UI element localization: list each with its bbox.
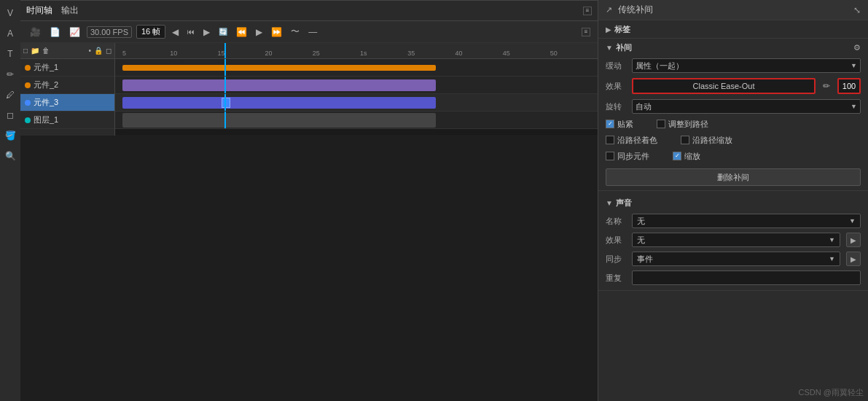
timeline-controls: 🎥 📄 📈 30.00 FPS 16 帧 ◀ ⏮ ▶ 🔄 ⏪ ▶ ⏩ 〜 — bbox=[20, 21, 598, 43]
tween-section-title-row[interactable]: ▼ 补间 ⚙ bbox=[598, 39, 868, 56]
sound-repeat-row: 重复 bbox=[598, 268, 868, 287]
tool-select[interactable]: V bbox=[3, 6, 17, 20]
delete-tween-btn[interactable]: 删除补间 bbox=[606, 168, 861, 186]
ctrl-prev[interactable]: ◀ bbox=[170, 26, 181, 39]
layer-item-2[interactable]: 元件_2 bbox=[20, 77, 114, 94]
effect-pencil-icon[interactable]: ✏ bbox=[821, 79, 832, 93]
ctrl-loop[interactable]: 🔄 bbox=[216, 26, 230, 37]
tool-subselect[interactable]: A bbox=[3, 26, 17, 41]
playhead-t3 bbox=[224, 94, 226, 111]
sound-sync-value[interactable]: 事件 ▼ bbox=[632, 252, 840, 266]
ease-label: 缓动 bbox=[606, 61, 626, 71]
effect-row: 效果 Classic Ease-Out ✏ 100 bbox=[598, 75, 868, 97]
sound-sync-label: 同步 bbox=[606, 254, 626, 265]
sound-name-value[interactable]: 无 ▼ bbox=[632, 214, 861, 228]
watermark-area: CSDN @雨翼轻尘 bbox=[598, 291, 868, 401]
cb-path-scale: 沿路径缩放 bbox=[681, 135, 732, 146]
ctrl-next[interactable]: ▶ bbox=[201, 26, 212, 39]
selected-frame bbox=[222, 98, 230, 108]
cb-sync: 同步元件 bbox=[606, 151, 649, 162]
ease-dropdown[interactable]: 属性（一起） ▼ bbox=[632, 58, 861, 73]
tween-collapse-arrow: ▼ bbox=[606, 44, 613, 52]
ruler-50: 50 bbox=[550, 50, 598, 57]
tab-timeline[interactable]: 时间轴 bbox=[26, 4, 52, 17]
layer-item-3[interactable]: 元件_3 bbox=[20, 94, 114, 112]
tab-output[interactable]: 输出 bbox=[61, 4, 79, 17]
sound-effect-value[interactable]: 无 ▼ bbox=[632, 233, 840, 247]
canvas-wrapper: 加速 1 匀速 2 减速 3 bbox=[20, 0, 598, 401]
layer-item-4[interactable]: 图层_1 bbox=[20, 112, 114, 129]
track-row-1 bbox=[115, 59, 598, 77]
sound-name-label: 名称 bbox=[606, 216, 626, 227]
ctrl-ease[interactable]: 〜 bbox=[289, 24, 302, 39]
tags-section-title-row[interactable]: ▶ 标签 bbox=[598, 20, 868, 38]
ruler-10: 10 bbox=[170, 50, 217, 57]
timeline-tracks: 5 10 15 20 25 1s 35 40 45 50 bbox=[115, 43, 598, 136]
track-row-4 bbox=[115, 112, 598, 129]
ease-dropdown-arrow: ▼ bbox=[851, 62, 857, 69]
rotation-label: 旋转 bbox=[606, 101, 626, 112]
cb-path-color-box[interactable] bbox=[606, 136, 614, 144]
panel-header-icon: ↗ bbox=[606, 5, 612, 15]
cb-sync-box[interactable] bbox=[606, 152, 614, 160]
ctrl-add-layer[interactable]: 📄 bbox=[47, 26, 63, 39]
layer-delete-icon[interactable]: 🗑 bbox=[42, 47, 50, 55]
tags-collapse-arrow: ▶ bbox=[606, 26, 611, 34]
track-row-3 bbox=[115, 94, 598, 112]
fps-display: 30.00 FPS bbox=[87, 26, 132, 38]
rotation-dropdown[interactable]: 自动 ▼ bbox=[632, 99, 861, 114]
checkbox-row-1: ✓ 贴紧 调整到路径 bbox=[598, 116, 868, 132]
sound-effect-row: 效果 无 ▼ ▶ bbox=[598, 230, 868, 249]
tween-gear-icon[interactable]: ⚙ bbox=[853, 43, 861, 52]
effect-number[interactable]: 100 bbox=[837, 78, 861, 94]
sound-effect-btn[interactable]: ▶ bbox=[846, 233, 861, 247]
tools-panel: V A T ✏ 🖊 ◻ 🪣 🔍 bbox=[0, 0, 20, 401]
sound-collapse-arrow: ▼ bbox=[606, 199, 613, 207]
sound-effect-label: 效果 bbox=[606, 235, 626, 246]
cb-scale: ✓ 缩放 bbox=[673, 151, 700, 162]
ruler-40: 40 bbox=[455, 50, 502, 57]
ease-row: 缓动 属性（一起） ▼ bbox=[598, 56, 868, 75]
ctrl-graph[interactable]: 📈 bbox=[67, 26, 82, 39]
ctrl-play-back[interactable]: ⏪ bbox=[234, 26, 249, 39]
cb-path-scale-box[interactable] bbox=[681, 136, 689, 144]
ctrl-step-back[interactable]: ⏮ bbox=[185, 26, 197, 37]
ctrl-camera[interactable]: 🎥 bbox=[28, 26, 43, 39]
timeline-body: □ 📁 🗑 • 🔒 ◻ 元件_1 元件_2 bbox=[20, 43, 598, 136]
tool-fill[interactable]: 🪣 bbox=[3, 128, 17, 143]
sound-repeat-value[interactable] bbox=[632, 270, 861, 285]
layer-visibility-icon[interactable]: • bbox=[88, 47, 91, 55]
layer-outline-icon[interactable]: ◻ bbox=[106, 47, 112, 55]
timeline-menu-icon[interactable]: ≡ bbox=[583, 7, 592, 15]
effect-label: 效果 bbox=[606, 81, 626, 92]
sound-sync-btn[interactable]: ▶ bbox=[846, 252, 861, 266]
tool-rect[interactable]: ◻ bbox=[3, 108, 17, 122]
timeline-settings-icon[interactable]: ≡ bbox=[582, 28, 590, 36]
ctrl-dash[interactable]: — bbox=[306, 26, 319, 39]
ruler-5: 5 bbox=[122, 50, 170, 57]
ctrl-play[interactable]: ▶ bbox=[254, 26, 265, 39]
effect-value-box[interactable]: Classic Ease-Out bbox=[632, 78, 816, 94]
ctrl-play-forward[interactable]: ⏩ bbox=[269, 26, 284, 39]
tool-zoom[interactable]: 🔍 bbox=[3, 149, 17, 163]
frame-display[interactable]: 16 帧 bbox=[136, 25, 165, 39]
tool-text[interactable]: T bbox=[3, 47, 17, 61]
layer-dot-3 bbox=[25, 100, 31, 106]
timeline-area: 时间轴 输出 ≡ 🎥 📄 📈 30.00 FPS 16 帧 ◀ ⏮ ▶ bbox=[20, 0, 598, 135]
tags-section-title: 标签 bbox=[614, 24, 630, 35]
track-bar-4 bbox=[122, 113, 436, 128]
tween-section-title: 补间 bbox=[616, 42, 632, 53]
layer-dot-2 bbox=[25, 82, 31, 88]
cb-orient-box[interactable] bbox=[657, 120, 665, 128]
cb-snap-box[interactable]: ✓ bbox=[606, 120, 614, 128]
layer-item-1[interactable]: 元件_1 bbox=[20, 59, 114, 77]
tool-pen[interactable]: 🖊 bbox=[3, 87, 17, 102]
panel-expand-icon[interactable]: ⤡ bbox=[853, 5, 861, 15]
tool-pencil[interactable]: ✏ bbox=[3, 67, 17, 82]
tween-section: ▼ 补间 ⚙ 缓动 属性（一起） ▼ 效果 Classic Ease-Out ✏… bbox=[598, 39, 868, 191]
sound-section-title-row[interactable]: ▼ 声音 bbox=[598, 194, 868, 211]
layer-add-icon[interactable]: □ bbox=[23, 47, 28, 55]
layer-folder-icon[interactable]: 📁 bbox=[31, 47, 39, 55]
layer-lock-icon[interactable]: 🔒 bbox=[94, 47, 103, 55]
cb-scale-box[interactable]: ✓ bbox=[673, 152, 681, 160]
